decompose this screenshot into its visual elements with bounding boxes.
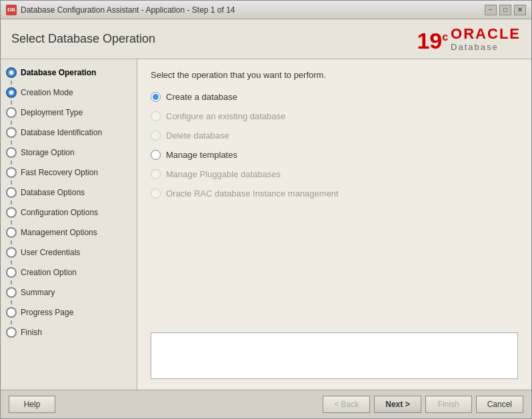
sidebar-item-configuration-options[interactable]: Configuration Options: [1, 205, 137, 220]
radio-rac-label: Oracle RAC database Instance management: [166, 189, 339, 199]
radio-create-label[interactable]: Create a database: [166, 92, 237, 102]
info-box: [151, 332, 518, 379]
next-button[interactable]: Next >: [374, 396, 421, 413]
sidebar-label-9: Management Options: [21, 228, 97, 237]
radio-item-configure: Configure an existing database: [151, 111, 518, 121]
close-button[interactable]: ✕: [514, 5, 526, 15]
sidebar-label-8: Configuration Options: [21, 208, 98, 217]
sidebar-label-13: Progress Page: [21, 308, 73, 317]
window-title: Database Configuration Assistant - Appli…: [21, 5, 485, 15]
sidebar-label-1: Database Operation: [21, 68, 96, 77]
radio-configure-label: Configure an existing database: [166, 111, 285, 121]
step-indicator-1: [6, 67, 17, 78]
footer: Help < Back Next > Finish Cancel: [1, 390, 531, 418]
sidebar-label-4: Database Identification: [21, 128, 102, 137]
step-indicator-11: [6, 267, 17, 278]
step-indicator-8: [6, 207, 17, 218]
main-content: Select the operation that you want to pe…: [137, 59, 531, 322]
instruction-text: Select the operation that you want to pe…: [151, 70, 518, 80]
oracle-text: ORACLE Database: [451, 26, 521, 52]
sidebar-label-7: Database Options: [21, 188, 85, 197]
step-indicator-2: [6, 87, 17, 98]
sidebar-label-14: Finish: [21, 328, 42, 337]
minimize-button[interactable]: −: [485, 5, 497, 15]
oracle-product: Database: [451, 42, 499, 52]
titlebar: DB Database Configuration Assistant - Ap…: [1, 1, 531, 19]
step-indicator-4: [6, 127, 17, 138]
sidebar-item-progress-page[interactable]: Progress Page: [1, 304, 137, 320]
radio-create[interactable]: [151, 92, 161, 102]
sidebar-label-6: Fast Recovery Option: [21, 168, 98, 177]
cancel-button[interactable]: Cancel: [476, 396, 523, 413]
step-indicator-5: [6, 147, 17, 158]
sidebar-item-database-options[interactable]: Database Options: [1, 185, 137, 201]
step-indicator-14: [6, 327, 17, 338]
radio-item-rac: Oracle RAC database Instance management: [151, 189, 518, 199]
oracle-brand: ORACLE: [451, 26, 521, 42]
header: Select Database Operation 19c ORACLE Dat…: [1, 19, 531, 59]
step-indicator-3: [6, 107, 17, 118]
step-indicator-12: [6, 287, 17, 298]
oracle-logo: 19c ORACLE Database: [417, 26, 521, 52]
main-window: DB Database Configuration Assistant - Ap…: [0, 0, 532, 419]
help-button[interactable]: Help: [9, 396, 55, 413]
sidebar-item-database-identification[interactable]: Database Identification: [1, 125, 137, 141]
step-indicator-9: [6, 227, 17, 238]
sidebar: Database Operation Creation Mode Deploym…: [1, 59, 137, 390]
step-indicator-6: [6, 167, 17, 178]
page-title: Select Database Operation: [11, 32, 155, 46]
sidebar-label-5: Storage Option: [21, 148, 75, 157]
content-area: Database Operation Creation Mode Deploym…: [1, 59, 531, 390]
radio-item-create[interactable]: Create a database: [151, 92, 518, 102]
finish-button[interactable]: Finish: [425, 396, 472, 413]
sidebar-item-storage-option[interactable]: Storage Option: [1, 145, 137, 161]
sidebar-item-summary[interactable]: Summary: [1, 284, 137, 300]
sidebar-label-2: Creation Mode: [21, 88, 73, 97]
step-indicator-13: [6, 307, 17, 318]
footer-right: < Back Next > Finish Cancel: [323, 396, 523, 413]
radio-group: Create a database Configure an existing …: [151, 92, 518, 199]
back-button[interactable]: < Back: [323, 396, 370, 413]
sidebar-label-3: Deployment Type: [21, 108, 83, 117]
sidebar-item-deployment-type[interactable]: Deployment Type: [1, 105, 137, 121]
oracle-version: 19c: [417, 29, 448, 52]
sidebar-label-10: User Credentials: [21, 248, 80, 257]
main-panel: Select the operation that you want to pe…: [137, 59, 531, 390]
sidebar-item-creation-option[interactable]: Creation Option: [1, 264, 137, 280]
radio-delete-label: Delete database: [166, 131, 229, 141]
sidebar-item-creation-mode[interactable]: Creation Mode: [1, 85, 137, 101]
sidebar-item-user-credentials[interactable]: User Credentials: [1, 244, 137, 260]
sidebar-item-management-options[interactable]: Management Options: [1, 224, 137, 240]
maximize-button[interactable]: □: [499, 5, 511, 15]
step-indicator-10: [6, 247, 17, 258]
radio-rac: [151, 189, 161, 199]
sidebar-label-12: Summary: [21, 288, 55, 297]
app-icon: DB: [6, 5, 17, 15]
radio-templates[interactable]: [151, 150, 161, 160]
sidebar-item-database-operation[interactable]: Database Operation: [1, 65, 137, 81]
radio-pluggable-label: Manage Pluggable databases: [166, 169, 281, 179]
window-controls: − □ ✕: [485, 5, 526, 15]
radio-item-pluggable: Manage Pluggable databases: [151, 169, 518, 179]
radio-pluggable: [151, 169, 161, 179]
radio-item-templates[interactable]: Manage templates: [151, 150, 518, 160]
radio-delete: [151, 131, 161, 141]
radio-configure: [151, 111, 161, 121]
sidebar-item-fast-recovery[interactable]: Fast Recovery Option: [1, 165, 137, 181]
radio-item-delete: Delete database: [151, 131, 518, 141]
sidebar-label-11: Creation Option: [21, 268, 77, 277]
step-indicator-7: [6, 187, 17, 198]
radio-templates-label[interactable]: Manage templates: [166, 150, 237, 160]
sidebar-item-finish[interactable]: Finish: [1, 324, 137, 340]
